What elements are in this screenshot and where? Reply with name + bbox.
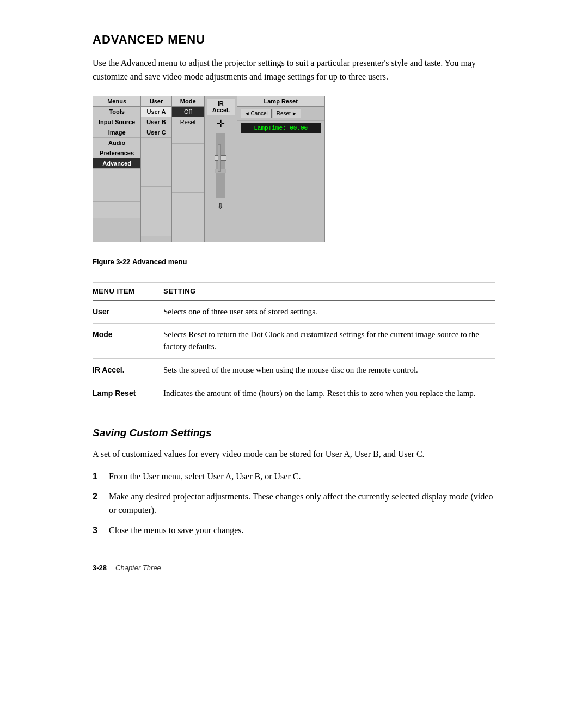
page-title: ADVANCED MENU — [93, 33, 495, 47]
iraccel-col-header: IR Accel. — [207, 99, 235, 115]
mode-reset: Reset — [172, 117, 204, 127]
cancel-label: Cancel — [251, 111, 268, 117]
user-empty5 — [141, 203, 171, 219]
table-cell-item-1: Mode — [93, 324, 163, 359]
page-footer: 3-28 Chapter Three — [93, 559, 495, 572]
subsection-intro: A set of customized values for every vid… — [93, 448, 495, 461]
mode-off: Off — [172, 107, 204, 117]
table-row: ModeSelects Reset to return the Dot Cloc… — [93, 324, 495, 359]
list-number-2: 2 — [93, 490, 102, 517]
mode-column: Mode Off Reset — [172, 96, 205, 242]
user-empty1 — [141, 138, 171, 154]
iraccel-up-icon: ✛ — [217, 118, 225, 130]
user-empty4 — [141, 187, 171, 203]
menu-item-preferences: Preferences — [93, 148, 140, 158]
user-item-b: User B — [141, 117, 171, 127]
menu-item-inputsource: Input Source — [93, 117, 140, 127]
lamp-cancel-btn[interactable]: ◄ Cancel — [241, 109, 272, 118]
list-text-1: From the User menu, select User A, User … — [109, 470, 301, 484]
reset-arrow-icon: ► — [292, 111, 297, 117]
menu-item-advanced: Advanced — [93, 158, 140, 169]
table-cell-setting-3: Indicates the amount of time (hours) on … — [163, 382, 495, 405]
menu-item-audio: Audio — [93, 138, 140, 148]
intro-paragraph: Use the Advanced menu to adjust the proj… — [93, 57, 495, 84]
list-number-1: 1 — [93, 470, 102, 484]
menu-item-empty2 — [93, 185, 140, 202]
menus-column: Menus Tools Input Source Image Audio Pre… — [93, 96, 141, 242]
user-item-a: User A — [141, 107, 171, 117]
mode-empty2 — [172, 144, 204, 160]
iraccel-column: IR Accel. ✛ ⇩ — [205, 96, 237, 242]
settings-table: MENU ITEM SETTING UserSelects one of thr… — [93, 282, 495, 406]
slider-track — [216, 133, 225, 198]
user-col-header: User — [141, 96, 171, 107]
menu-item-tools: Tools — [93, 107, 140, 117]
list-text-2: Make any desired projector adjustments. … — [109, 490, 495, 517]
user-empty3 — [141, 170, 171, 187]
menu-item-empty3 — [93, 202, 140, 218]
mode-empty6 — [172, 209, 204, 225]
iraccel-down-icon: ⇩ — [217, 202, 224, 210]
mode-empty1 — [172, 127, 204, 144]
table-cell-setting-0: Selects one of three user sets of stored… — [163, 300, 495, 324]
list-item: 1From the User menu, select User A, User… — [93, 470, 495, 484]
table-header-row: MENU ITEM SETTING — [93, 282, 495, 300]
menu-screenshot: Menus Tools Input Source Image Audio Pre… — [93, 96, 325, 242]
steps-list: 1From the User menu, select User A, User… — [93, 470, 495, 537]
mode-empty3 — [172, 160, 204, 176]
user-column: User User A User B User C — [141, 96, 171, 242]
menu-item-empty1 — [93, 169, 140, 185]
table-cell-item-0: User — [93, 300, 163, 324]
lamp-col-header: Lamp Reset — [237, 96, 324, 107]
settings-table-body: UserSelects one of three user sets of st… — [93, 300, 495, 405]
cancel-arrow-icon: ◄ — [244, 111, 250, 117]
figure-caption: Figure 3-22 Advanced menu — [93, 258, 495, 266]
list-item: 3Close the menus to save your changes. — [93, 524, 495, 538]
user-empty2 — [141, 154, 171, 170]
col-setting-header: SETTING — [163, 282, 495, 300]
table-cell-setting-2: Sets the speed of the mouse when using t… — [163, 358, 495, 382]
user-item-c: User C — [141, 127, 171, 138]
reset-label: Reset — [277, 111, 291, 117]
mode-empty5 — [172, 193, 204, 209]
subsection-title: Saving Custom Settings — [93, 427, 495, 439]
table-cell-item-2: IR Accel. — [93, 358, 163, 382]
menus-col-header: Menus — [93, 96, 140, 107]
table-row: UserSelects one of three user sets of st… — [93, 300, 495, 324]
figure-caption-bold: Figure 3-22 — [93, 258, 130, 266]
figure-caption-text: Advanced menu — [132, 258, 187, 266]
mode-empty4 — [172, 176, 204, 193]
lamp-reset-btn[interactable]: Reset ► — [273, 109, 301, 118]
footer-chapter: Chapter Three — [115, 564, 161, 572]
menu-item-image: Image — [93, 127, 140, 138]
lamp-buttons-row: ◄ Cancel Reset ► — [237, 107, 324, 121]
list-text-3: Close the menus to save your changes. — [109, 524, 244, 538]
lamp-empty-space — [237, 135, 324, 211]
user-empty6 — [141, 219, 171, 236]
lamp-time-display: LampTime: 00.00 — [241, 123, 321, 133]
table-row: Lamp ResetIndicates the amount of time (… — [93, 382, 495, 405]
slider-inner — [218, 144, 221, 172]
mode-empty7 — [172, 225, 204, 242]
list-number-3: 3 — [93, 524, 102, 538]
list-item: 2Make any desired projector adjustments.… — [93, 490, 495, 517]
table-cell-item-3: Lamp Reset — [93, 382, 163, 405]
lamp-column: Lamp Reset ◄ Cancel Reset ► LampTime: 00… — [237, 96, 324, 242]
table-cell-setting-1: Selects Reset to return the Dot Clock an… — [163, 324, 495, 359]
menu-screenshot-wrapper: Menus Tools Input Source Image Audio Pre… — [93, 96, 495, 250]
page-content: ADVANCED MENU Use the Advanced menu to a… — [60, 0, 528, 594]
col-menuitem-header: MENU ITEM — [93, 282, 163, 300]
table-row: IR Accel.Sets the speed of the mouse whe… — [93, 358, 495, 382]
mode-col-header: Mode — [172, 96, 204, 107]
footer-pagenum: 3-28 — [93, 564, 107, 572]
